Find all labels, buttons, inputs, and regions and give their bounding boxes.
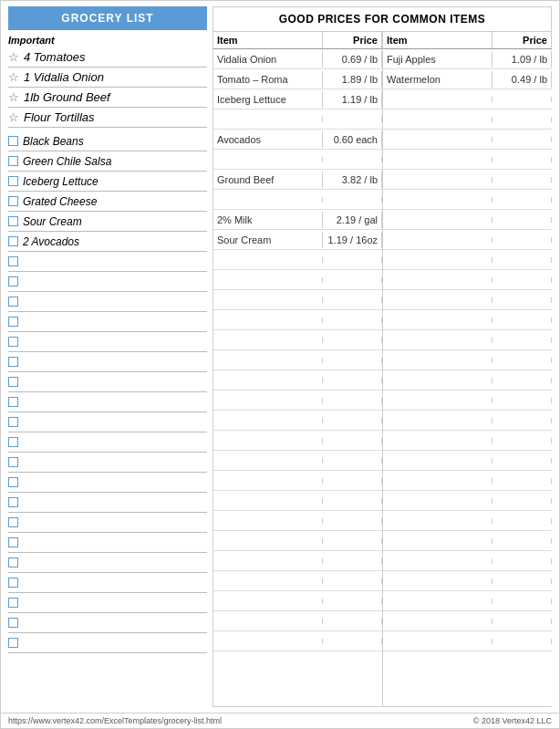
empty-price-row [213, 330, 382, 350]
empty-checkbox[interactable] [8, 557, 18, 568]
checkbox[interactable] [8, 176, 18, 186]
price-value [323, 117, 382, 122]
empty-price-row [213, 631, 382, 651]
empty-checkbox[interactable] [8, 417, 18, 427]
empty-check-item [8, 312, 207, 332]
col-price-header: Price [493, 32, 552, 48]
left-column: GROCERY LIST Important ☆4 Tomatoes☆1 Vid… [8, 6, 207, 707]
price-row: Tomato – Roma 1.89 / lb [213, 69, 382, 89]
empty-price-row [213, 551, 382, 571]
empty-checkbox[interactable] [8, 337, 18, 347]
empty-price-row [383, 511, 552, 531]
price-row [383, 230, 552, 250]
empty-price-row [383, 451, 552, 471]
check-item: 2 Avocados [8, 232, 207, 252]
empty-checkbox[interactable] [8, 477, 18, 487]
empty-list [8, 252, 207, 653]
price-value [493, 117, 552, 122]
price-row: Watermelon 0.49 / lb [383, 69, 552, 89]
empty-checkbox[interactable] [8, 497, 18, 507]
footer-right: © 2018 Vertex42 LLC [473, 716, 552, 725]
checkbox[interactable] [8, 136, 18, 146]
empty-price-row [213, 310, 382, 330]
price-item [383, 217, 493, 223]
checkbox[interactable] [8, 196, 18, 206]
price-row [383, 109, 552, 130]
empty-price-row [213, 471, 382, 491]
empty-check-item [8, 432, 207, 453]
price-item: Tomato – Roma [213, 71, 323, 88]
star-item: ☆Flour Tortillas [8, 108, 207, 128]
prices-header: GOOD PRICES FOR COMMON ITEMS [213, 6, 552, 32]
checkbox[interactable] [8, 236, 18, 246]
empty-price-row [383, 310, 552, 330]
empty-price-row [213, 511, 382, 531]
empty-price-row [213, 290, 382, 310]
empty-checkbox[interactable] [8, 317, 18, 327]
empty-check-item [8, 292, 207, 312]
star-items-list: ☆4 Tomatoes☆1 Vidalia Onion☆1lb Ground B… [8, 47, 207, 128]
price-row [383, 170, 552, 190]
empty-price-row [213, 411, 382, 431]
empty-check-item [8, 412, 207, 432]
empty-price-row [213, 611, 382, 631]
empty-checkbox[interactable] [8, 297, 18, 307]
empty-check-item [8, 593, 207, 613]
price-value [493, 237, 552, 243]
price-value: 3.82 / lb [323, 172, 382, 188]
price-row [383, 190, 552, 210]
prices-content: Item Price Vidalia Onion 0.69 / lb Tomat… [213, 32, 552, 707]
empty-price-row [383, 250, 552, 270]
empty-checkbox[interactable] [8, 537, 18, 547]
col-item-header: Item [213, 32, 323, 48]
empty-checkbox[interactable] [8, 598, 18, 608]
empty-checkbox[interactable] [8, 437, 18, 447]
empty-price-row [383, 330, 552, 350]
checkbox[interactable] [8, 216, 18, 226]
empty-check-item [8, 533, 207, 553]
prices-table-2: Item Price Fuji Apples 1.09 / lb Waterme… [382, 32, 552, 707]
empty-checkbox[interactable] [8, 578, 18, 588]
empty-price-row [383, 431, 552, 451]
empty-check-item [8, 513, 207, 533]
empty-price-row [213, 571, 382, 591]
price-item [383, 237, 493, 243]
empty-checkbox[interactable] [8, 276, 18, 286]
empty-checkbox[interactable] [8, 638, 18, 648]
price-row: Sour Cream 1.19 / 16oz [213, 230, 382, 250]
price-value: 0.49 / lb [493, 71, 552, 88]
empty-checkbox[interactable] [8, 357, 18, 367]
main-content: GROCERY LIST Important ☆4 Tomatoes☆1 Vid… [1, 1, 559, 713]
star-item-text: 1 Vidalia Onion [24, 70, 104, 84]
empty-checkbox[interactable] [8, 457, 18, 467]
empty-checkbox[interactable] [8, 517, 18, 527]
price-value: 1.19 / 16oz [323, 232, 382, 248]
empty-check-item [8, 252, 207, 272]
empty-price-row [213, 451, 382, 471]
check-item-text: Iceberg Lettuce [23, 175, 99, 188]
check-item: Iceberg Lettuce [8, 172, 207, 192]
col-item-header: Item [383, 32, 493, 48]
empty-price-row [213, 370, 382, 391]
check-item: Sour Cream [8, 212, 207, 232]
price-item [383, 177, 493, 182]
price-item: Sour Cream [213, 232, 323, 248]
price-value: 1.09 / lb [493, 51, 552, 68]
prices-table-1: Item Price Vidalia Onion 0.69 / lb Tomat… [213, 32, 382, 707]
empty-checkbox[interactable] [8, 256, 18, 266]
check-item: Grated Cheese [8, 192, 207, 212]
right-column: GOOD PRICES FOR COMMON ITEMS Item Price … [213, 6, 552, 707]
checkbox[interactable] [8, 156, 18, 166]
empty-check-item [8, 493, 207, 513]
price-value [493, 97, 552, 102]
empty-price-row [383, 270, 552, 290]
empty-checkbox[interactable] [8, 377, 18, 387]
empty-checkbox[interactable] [8, 618, 18, 628]
price-item [383, 97, 493, 102]
price-item [383, 117, 493, 122]
star-item: ☆1lb Ground Beef [8, 88, 207, 108]
empty-checkbox[interactable] [8, 397, 18, 407]
price-item: Vidalia Onion [213, 51, 323, 68]
check-item: Black Beans [8, 131, 207, 151]
empty-price-row [213, 391, 382, 411]
